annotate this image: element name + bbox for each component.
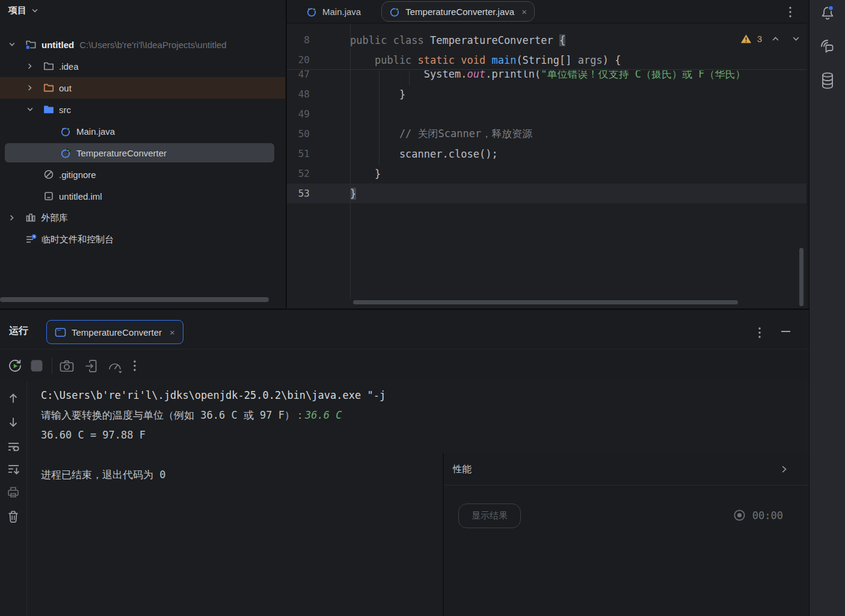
- rerun-icon[interactable]: [7, 358, 23, 374]
- library-icon: [25, 212, 36, 223]
- performance-title: 性能: [453, 463, 472, 476]
- notifications-icon[interactable]: [810, 0, 845, 26]
- profiler-timer: 00:00: [733, 509, 783, 522]
- tree-item-label: src: [59, 105, 71, 115]
- chevron-right-icon[interactable]: [779, 464, 789, 474]
- console-zone: C:\Users\b're'ri'l\.jdks\openjdk-25.0.2\…: [0, 381, 809, 616]
- line-number: 48: [287, 88, 310, 100]
- more-kebab-icon[interactable]: [758, 327, 761, 339]
- tab-label: Main.java: [322, 7, 361, 17]
- run-panel-title: 运行: [9, 325, 28, 337]
- java-class-icon: [389, 6, 401, 17]
- show-results-label: 显示结果: [472, 510, 508, 522]
- code-line: 8 public class TemperatureConverter {: [287, 30, 807, 50]
- arrow-up-icon[interactable]: [7, 392, 20, 405]
- close-icon[interactable]: ×: [170, 327, 175, 337]
- close-icon[interactable]: ×: [521, 7, 527, 17]
- database-icon[interactable]: [810, 67, 845, 94]
- tree-item-label: untitled.iml: [59, 191, 102, 202]
- attach-to-process-icon[interactable]: [84, 359, 98, 373]
- source-folder-icon: [43, 104, 54, 115]
- chevron-right-icon[interactable]: [25, 83, 35, 93]
- profiler-gauge-icon[interactable]: [107, 359, 123, 374]
- editor-tab-bar: Main.java TemperatureConverter.java ×: [287, 0, 807, 23]
- code-line: 47 System.out.println("单位错误！仅支持 C（摄氏）或 F…: [287, 70, 807, 84]
- java-class-icon: [60, 126, 72, 137]
- chevron-down-icon[interactable]: [25, 105, 35, 114]
- more-kebab-icon[interactable]: [788, 6, 792, 18]
- folder-icon: [43, 61, 54, 72]
- minimize-icon[interactable]: [781, 331, 790, 332]
- indent-guide: [409, 71, 410, 85]
- code-line: 50 // 关闭Scanner，释放资源: [287, 124, 807, 144]
- editor-area: Main.java TemperatureConverter.java ×: [286, 0, 807, 308]
- code-line: 20 public static void main(String[] args…: [287, 50, 807, 70]
- app-window-icon: [55, 327, 66, 337]
- screenshot-camera-icon[interactable]: [60, 360, 74, 372]
- sticky-lines[interactable]: 8 public class TemperatureConverter { 20…: [287, 23, 807, 70]
- soft-wrap-icon[interactable]: [7, 440, 20, 453]
- tree-item-src-folder[interactable]: src: [0, 99, 285, 120]
- tree-item-scratches-consoles[interactable]: 临时文件和控制台: [0, 229, 285, 250]
- tree-item-untitled-iml[interactable]: untitled.iml: [0, 185, 285, 207]
- prev-problem-icon[interactable]: [771, 34, 780, 43]
- chevron-right-icon[interactable]: [25, 61, 35, 71]
- tree-item-label: out: [59, 83, 72, 93]
- project-folder-icon: [25, 39, 37, 50]
- line-number: 49: [287, 108, 310, 120]
- ignored-file-icon: [43, 169, 54, 180]
- line-number: 51: [287, 148, 310, 159]
- toolbar-separator: [52, 357, 52, 374]
- inspections-widget[interactable]: 3: [740, 34, 800, 44]
- tab-label: TemperatureConverter.java: [405, 7, 514, 17]
- chevron-down-icon: [31, 7, 39, 15]
- tree-item-untitled-root[interactable]: untitled C:\Users\b're'ri'l\IdeaProjects…: [0, 34, 285, 55]
- tree-item-label: untitled: [41, 40, 74, 50]
- project-panel-title: 项目: [8, 5, 26, 16]
- java-class-icon: [60, 147, 72, 159]
- console-command-line: C:\Users\b're'ri'l\.jdks\openjdk-25.0.2\…: [41, 386, 441, 405]
- clear-trash-icon[interactable]: [7, 510, 20, 523]
- code-line: 51 scanner.close();: [287, 144, 807, 164]
- tree-item-out-folder[interactable]: out: [0, 77, 285, 99]
- stop-icon[interactable]: [30, 359, 43, 372]
- chevron-right-icon[interactable]: [7, 213, 17, 223]
- code-line: 48 }: [287, 84, 807, 104]
- warning-count: 3: [757, 34, 762, 44]
- project-tool-window: 项目 untitled C:\Users\b're'ri'l\IdeaProje…: [0, 0, 285, 308]
- ai-assistant-icon[interactable]: [810, 32, 845, 59]
- tree-item-label: .idea: [59, 61, 79, 72]
- tree-item-main-java[interactable]: Main.java: [0, 120, 285, 142]
- editor-horizontal-scrollbar[interactable]: [353, 300, 738, 304]
- tree-item-idea-folder[interactable]: .idea: [0, 55, 285, 77]
- project-view-selector[interactable]: 项目: [8, 5, 39, 16]
- code-scroll-area[interactable]: 47 System.out.println("单位错误！仅支持 C（摄氏）或 F…: [287, 70, 807, 299]
- line-number: 52: [287, 168, 310, 179]
- show-results-button[interactable]: 显示结果: [458, 504, 521, 528]
- run-configuration-tab[interactable]: TemperatureConverter ×: [46, 320, 183, 344]
- scroll-to-end-icon[interactable]: [7, 463, 20, 476]
- line-number: 53: [287, 188, 310, 199]
- chevron-down-icon[interactable]: [7, 40, 17, 49]
- more-kebab-icon[interactable]: [133, 360, 137, 372]
- console-result-line: 36.60 C = 97.88 F: [41, 425, 441, 445]
- next-problem-icon[interactable]: [791, 34, 800, 43]
- print-icon[interactable]: [7, 485, 20, 499]
- console-empty-line: [41, 445, 441, 465]
- tree-item-temperature-converter[interactable]: TemperatureConverter: [0, 142, 285, 164]
- tree-item-external-libraries[interactable]: 外部库: [0, 207, 285, 229]
- editor-vertical-scrollbar[interactable]: [799, 248, 804, 306]
- tab-temperature-converter-java[interactable]: TemperatureConverter.java ×: [381, 1, 535, 22]
- tree-item-gitignore[interactable]: .gitignore: [0, 164, 285, 185]
- arrow-down-icon[interactable]: [7, 416, 20, 429]
- run-toolbar: [0, 349, 809, 381]
- java-class-icon: [306, 6, 318, 17]
- console-output[interactable]: C:\Users\b're'ri'l\.jdks\openjdk-25.0.2\…: [41, 386, 441, 616]
- console-prompt-line: 请输入要转换的温度与单位（例如 36.6 C 或 97 F）：36.6 C: [41, 405, 441, 425]
- tree-item-label: 外部库: [41, 212, 68, 224]
- project-horizontal-scrollbar[interactable]: [0, 297, 269, 302]
- tab-main-java[interactable]: Main.java: [298, 0, 369, 23]
- line-number: 50: [287, 128, 310, 140]
- code-editor[interactable]: 8 public class TemperatureConverter { 20…: [287, 23, 807, 308]
- performance-header[interactable]: 性能: [444, 453, 809, 485]
